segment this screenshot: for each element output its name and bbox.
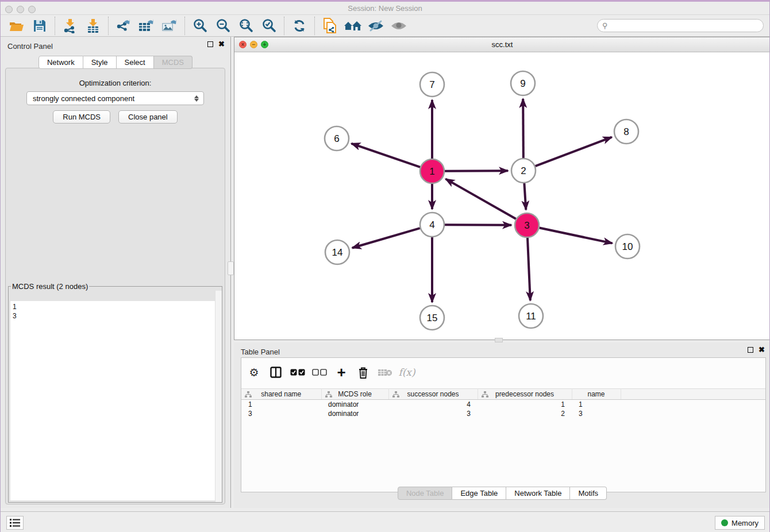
toolbar-separator xyxy=(55,17,55,35)
edge-4-14[interactable] xyxy=(352,228,420,248)
graph-node-11[interactable]: 11 xyxy=(519,304,543,328)
edge-4-3[interactable] xyxy=(445,225,511,225)
tab-edge-table[interactable]: Edge Table xyxy=(452,487,506,500)
column-header-successor-nodes[interactable]: successor nodes xyxy=(388,389,478,400)
home-view-button[interactable] xyxy=(341,17,364,35)
criterion-select[interactable]: strongly connected component xyxy=(26,91,204,105)
graph-node-4[interactable]: 4 xyxy=(420,213,444,237)
table-cell[interactable]: dominator xyxy=(321,409,388,418)
function-builder-button[interactable]: f(x) xyxy=(399,364,415,380)
table-cell[interactable]: 1 xyxy=(241,400,321,409)
tab-motifs[interactable]: Motifs xyxy=(570,487,607,500)
edge-3-10[interactable] xyxy=(540,228,613,244)
table-cell[interactable]: 4 xyxy=(388,400,478,409)
edge-1-6[interactable] xyxy=(352,144,421,167)
table-cell[interactable]: 3 xyxy=(572,409,621,418)
splitter-grip-vertical[interactable] xyxy=(228,261,234,275)
zoom-selected-button[interactable] xyxy=(257,17,280,35)
select-all-button[interactable] xyxy=(290,364,306,380)
table-settings-button[interactable]: ⚙ xyxy=(246,364,262,380)
memory-button[interactable]: Memory xyxy=(715,516,765,530)
tab-network-table[interactable]: Network Table xyxy=(506,487,570,500)
search-input[interactable] xyxy=(597,19,764,32)
tab-style[interactable]: Style xyxy=(83,56,117,69)
zoom-out-icon xyxy=(215,18,230,33)
mcds-result-text[interactable]: 1 3 xyxy=(10,301,220,500)
hide-selected-button[interactable] xyxy=(364,17,387,35)
table-cell[interactable]: 1 xyxy=(572,400,621,409)
first-neighbors-button[interactable] xyxy=(318,17,341,35)
delete-column-button[interactable] xyxy=(355,364,371,380)
save-icon xyxy=(33,20,46,32)
export-image-button[interactable] xyxy=(158,17,181,35)
table-cell[interactable]: 2 xyxy=(478,409,572,418)
graph-node-7[interactable]: 7 xyxy=(420,72,444,97)
node-table-container: ⚙ + xyxy=(241,357,766,492)
delete-table-icon xyxy=(378,368,392,377)
network-window-titlebar[interactable]: × − + scc.txt xyxy=(234,37,770,52)
edge-2-8[interactable] xyxy=(536,137,612,167)
splitter-grip-horizontal[interactable] xyxy=(495,338,503,342)
control-panel-tabs: Network Style Select MCDS xyxy=(1,56,230,69)
graph-node-3[interactable]: 3 xyxy=(515,213,539,237)
task-history-button[interactable] xyxy=(6,516,24,530)
close-panel-icon[interactable]: ✖ xyxy=(218,41,225,47)
column-header-predecessor-nodes[interactable]: predecessor nodes xyxy=(478,389,572,400)
table-cell[interactable]: dominator xyxy=(321,400,388,409)
edge-1-2[interactable] xyxy=(445,171,508,171)
zoom-out-button[interactable] xyxy=(211,17,234,35)
export-table-button[interactable] xyxy=(135,17,158,35)
edge-2-9[interactable] xyxy=(523,99,523,158)
graph-node-14[interactable]: 14 xyxy=(325,240,349,264)
float-table-panel-icon[interactable] xyxy=(748,347,753,353)
delete-table-button[interactable] xyxy=(377,364,393,380)
tab-node-table[interactable]: Node Table xyxy=(398,487,453,500)
graph-node-15[interactable]: 15 xyxy=(420,306,444,330)
zoom-fit-button[interactable] xyxy=(234,17,257,35)
svg-text:4: 4 xyxy=(429,219,434,230)
graph-node-1[interactable]: 1 xyxy=(420,159,444,183)
table-cell[interactable]: 3 xyxy=(241,409,321,418)
close-table-panel-icon[interactable]: ✖ xyxy=(759,347,765,353)
save-session-button[interactable] xyxy=(28,17,51,35)
column-header-name[interactable]: name xyxy=(572,389,621,400)
tab-network[interactable]: Network xyxy=(38,56,83,69)
show-all-button[interactable] xyxy=(387,17,410,35)
edge-2-3[interactable] xyxy=(524,183,526,210)
eye-slash-icon xyxy=(367,20,384,32)
open-file-button[interactable] xyxy=(5,17,28,35)
deselect-all-button[interactable] xyxy=(311,364,328,380)
result-scrollbar[interactable] xyxy=(215,291,222,502)
close-panel-button[interactable]: Close panel xyxy=(118,110,178,124)
refresh-button[interactable] xyxy=(288,17,311,35)
tab-select[interactable]: Select xyxy=(117,56,154,69)
graph-node-9[interactable]: 9 xyxy=(511,71,535,95)
table-panel-title: Table Panel xyxy=(241,348,280,356)
graph-node-10[interactable]: 10 xyxy=(615,234,640,259)
zoom-selected-icon xyxy=(261,18,276,33)
float-panel-icon[interactable] xyxy=(207,41,213,47)
import-network-button[interactable] xyxy=(59,17,82,35)
table-cell[interactable]: 1 xyxy=(478,400,572,409)
tab-mcds[interactable]: MCDS xyxy=(154,56,192,69)
import-table-button[interactable] xyxy=(82,17,105,35)
graph-node-8[interactable]: 8 xyxy=(614,119,638,144)
edge-3-1[interactable] xyxy=(445,179,515,219)
column-header-MCDS-role[interactable]: MCDS role xyxy=(321,389,388,400)
zoom-in-button[interactable] xyxy=(188,17,211,35)
window-title: Session: New Session xyxy=(1,4,769,13)
show-columns-button[interactable] xyxy=(268,364,284,380)
column-header-shared-name[interactable]: shared name xyxy=(241,389,321,400)
graph-node-6[interactable]: 6 xyxy=(325,126,349,151)
export-network-button[interactable] xyxy=(112,17,135,35)
graph-node-2[interactable]: 2 xyxy=(511,159,536,183)
table-row[interactable]: 3dominator323 xyxy=(241,409,765,418)
node-table[interactable]: shared nameMCDS rolesuccessor nodesprede… xyxy=(241,388,765,418)
table-row[interactable]: 1dominator411 xyxy=(241,400,765,409)
edge-3-11[interactable] xyxy=(528,238,530,300)
table-cell[interactable]: 3 xyxy=(388,409,478,418)
add-column-button[interactable]: + xyxy=(333,364,349,380)
run-mcds-button[interactable]: Run MCDS xyxy=(53,110,110,124)
network-canvas[interactable]: 7968124314101511 xyxy=(234,52,770,340)
toolbar-separator xyxy=(314,17,315,35)
